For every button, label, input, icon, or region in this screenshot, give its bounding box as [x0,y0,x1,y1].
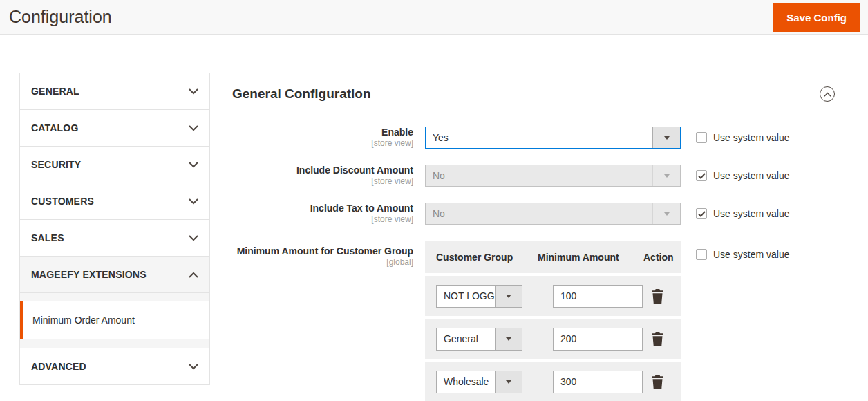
include-discount-amount-select: No [425,165,681,187]
customer-group-table: Customer Group Minimum Amount Action NOT… [425,241,681,401]
column-header-customer-group: Customer Group [425,252,538,263]
section-title: General Configuration [232,86,371,102]
table-cell-minimum-amount [538,328,643,351]
chevron-down-icon [189,162,198,168]
select-arrow-icon [495,371,522,393]
sidebar-item-security[interactable]: SECURITY [19,146,210,183]
field-row-include-discount-amount: Include Discount Amount [store view] No … [232,165,835,187]
column-header-minimum-amount: Minimum Amount [538,252,643,263]
sidebar-subitem-minimum-order-amount[interactable]: Minimum Order Amount [20,301,209,339]
table-row: Wholesale [425,362,681,401]
chevron-down-icon [189,198,198,205]
field-scope-text: [store view] [232,176,413,187]
field-control: No [425,165,681,187]
field-label-text: Minimum Amount for Customer Group [232,245,413,257]
section-header: General Configuration [232,86,835,102]
use-system-value-checkbox-include-discount[interactable]: Use system value [696,165,789,187]
column-header-action: Action [643,252,681,263]
customer-group-select[interactable]: Wholesale [436,371,522,393]
select-arrow-icon [495,286,522,307]
field-control: Yes [425,127,681,149]
sidebar-item-sales[interactable]: SALES [19,219,210,257]
sidebar-item-catalog[interactable]: CATALOG [19,109,210,147]
sidebar-item-label: MAGEEFY EXTENSIONS [31,269,147,280]
save-config-button[interactable]: Save Config [773,3,860,32]
field-label-text: Enable [232,127,413,138]
use-system-value-label: Use system value [713,249,789,260]
table-cell-customer-group: Wholesale [425,371,538,393]
table-cell-action [643,375,681,389]
use-system-value-checkbox-include-tax[interactable]: Use system value [696,203,789,225]
table-cell-customer-group: General [425,328,538,351]
table-row: General [425,319,681,359]
select-value: NOT LOGG [437,286,495,307]
field-label: Include Tax to Amount [store view] [232,203,425,225]
select-value: No [426,203,652,224]
use-system-value-checkbox-enable[interactable]: Use system value [696,127,789,149]
checkbox[interactable] [696,170,707,181]
select-arrow-icon [652,165,680,186]
table-cell-minimum-amount [538,371,643,393]
minimum-amount-input[interactable] [553,371,643,393]
sidebar-item-label: CUSTOMERS [31,196,94,207]
include-tax-to-amount-select: No [425,203,681,225]
field-label: Enable [store view] [232,127,425,149]
sidebar-submenu: Minimum Order Amount [19,293,210,348]
field-label-text: Include Tax to Amount [232,203,413,214]
trash-icon [651,375,664,389]
page-title: Configuration [9,7,112,27]
field-label: Include Discount Amount [store view] [232,165,425,187]
sidebar-item-mageefy-extensions[interactable]: MAGEEFY EXTENSIONS [19,256,210,293]
delete-row-button[interactable] [651,289,664,304]
select-value: General [437,328,495,350]
table-cell-action [643,332,681,346]
select-value: Yes [426,127,652,148]
customer-group-select[interactable]: NOT LOGG [436,285,522,308]
collapse-section-icon[interactable] [820,86,835,102]
page-content: GENERAL CATALOG SECURITY CUSTOMERS SALES [0,35,868,401]
use-system-value-label: Use system value [713,132,789,143]
enable-select[interactable]: Yes [425,127,681,149]
trash-icon [651,289,664,304]
use-system-value-checkbox-minimum-amount-group[interactable]: Use system value [696,241,789,401]
config-sidebar: GENERAL CATALOG SECURITY CUSTOMERS SALES [19,73,210,385]
field-row-enable: Enable [store view] Yes Use system value [232,127,835,149]
sidebar-item-advanced[interactable]: ADVANCED [19,348,210,385]
chevron-down-icon [189,88,198,95]
customer-group-table-header: Customer Group Minimum Amount Action [425,241,681,273]
table-row: NOT LOGG [425,276,681,316]
field-control: Customer Group Minimum Amount Action NOT… [425,241,681,401]
field-row-minimum-amount-for-customer-group: Minimum Amount for Customer Group [globa… [232,241,835,401]
select-arrow-icon [495,328,522,350]
select-value: No [426,165,652,186]
sidebar-item-label: CATALOG [31,122,79,133]
select-value: Wholesale [437,371,495,393]
use-system-value-label: Use system value [713,208,789,219]
delete-row-button[interactable] [651,375,664,389]
field-control: No [425,203,681,225]
chevron-down-icon [189,235,198,241]
use-system-value-label: Use system value [713,170,789,181]
field-scope-text: [store view] [232,214,413,225]
sidebar-item-general[interactable]: GENERAL [19,73,210,110]
checkbox[interactable] [696,132,707,143]
sidebar-item-customers[interactable]: CUSTOMERS [19,183,210,220]
delete-row-button[interactable] [651,332,664,346]
field-label-text: Include Discount Amount [232,165,413,176]
minimum-amount-input[interactable] [553,328,643,351]
submenu-spacer [20,293,209,301]
chevron-down-icon [189,364,198,370]
field-scope-text: [global] [232,257,413,268]
field-scope-text: [store view] [232,138,413,149]
checkbox[interactable] [696,249,707,260]
sidebar-item-label: GENERAL [31,86,79,97]
customer-group-select[interactable]: General [436,328,522,351]
field-row-include-tax-to-amount: Include Tax to Amount [store view] No Us… [232,203,835,225]
table-cell-customer-group: NOT LOGG [425,285,538,308]
select-arrow-icon [652,127,680,148]
chevron-down-icon [189,125,198,131]
sidebar-item-label: SALES [31,232,64,243]
table-cell-minimum-amount [538,285,643,308]
checkbox[interactable] [696,208,707,219]
minimum-amount-input[interactable] [553,285,643,308]
